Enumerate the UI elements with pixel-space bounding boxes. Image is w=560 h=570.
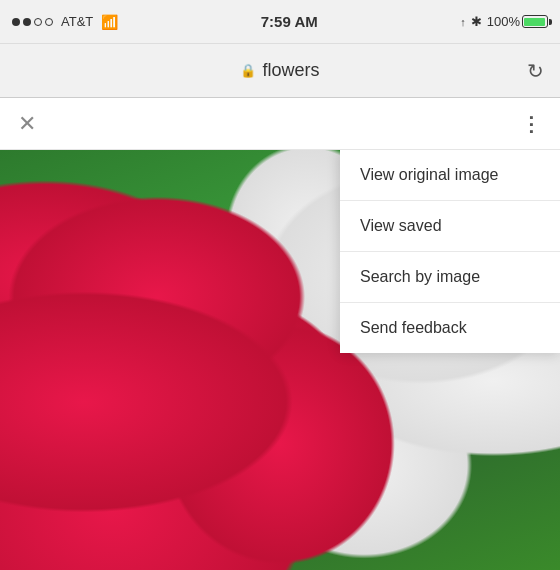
battery-icon [522,15,548,28]
content-area: View original imageView savedSearch by i… [0,150,560,570]
carrier-label: AT&T [61,14,93,29]
status-bar: AT&T 📶 7:59 AM ↑ ✱ 100% [0,0,560,44]
status-left: AT&T 📶 [12,14,118,30]
menu-item-view-saved[interactable]: View saved [340,201,560,252]
close-button[interactable]: ✕ [18,111,36,137]
battery-pct: 100% [487,14,520,29]
bluetooth-icon: ✱ [471,14,482,29]
menu-item-send-feedback[interactable]: Send feedback [340,303,560,353]
address-text[interactable]: flowers [262,60,319,81]
address-bar: 🔒 flowers ↻ [0,44,560,98]
signal-dots [12,18,53,26]
status-right: ↑ ✱ 100% [460,14,548,29]
address-content: 🔒 flowers [240,60,319,81]
battery-fill [524,18,545,26]
signal-dot-3 [34,18,42,26]
more-button[interactable]: ⋮ [521,112,542,136]
location-icon: ↑ [460,16,466,28]
menu-item-view-original[interactable]: View original image [340,150,560,201]
signal-dot-2 [23,18,31,26]
lock-icon: 🔒 [240,63,256,78]
menu-item-search-by-image[interactable]: Search by image [340,252,560,303]
signal-dot-1 [12,18,20,26]
toolbar: ✕ ⋮ [0,98,560,150]
context-menu: View original imageView savedSearch by i… [340,150,560,353]
status-time: 7:59 AM [261,13,318,30]
battery-container: 100% [487,14,548,29]
refresh-button[interactable]: ↻ [527,59,544,83]
wifi-icon: 📶 [101,14,118,30]
signal-dot-4 [45,18,53,26]
